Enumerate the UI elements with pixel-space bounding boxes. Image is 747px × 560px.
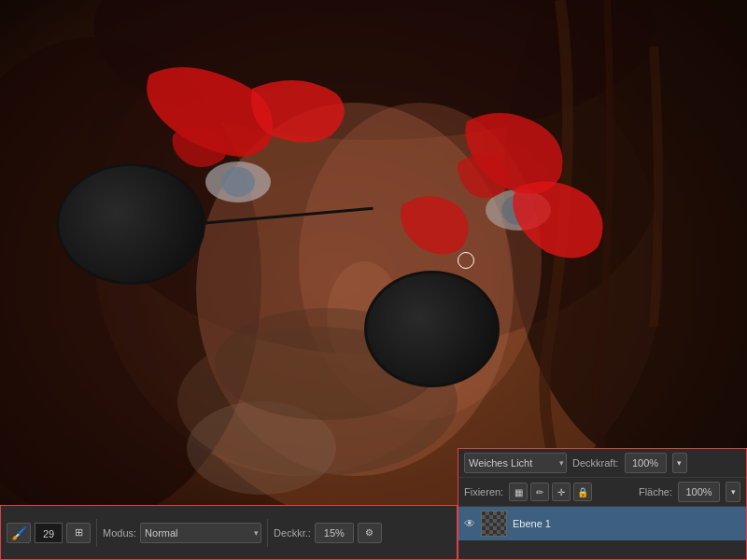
bottom-toolbar: 🖌️ 29 ⊞ Modus: Normal Deckkr.: ⚙: [0, 505, 458, 560]
mode-select-wrapper: Normal: [140, 523, 261, 543]
fix-icon-checkered[interactable]: ▦: [509, 483, 528, 501]
divider-1: [96, 519, 97, 547]
opacity-value-input[interactable]: [625, 453, 667, 473]
layers-panel: Weiches Licht Deckkraft: ▾ Fixieren: ▦ ✏…: [458, 448, 747, 560]
layer-visibility-icon[interactable]: 👁: [464, 517, 475, 530]
brush-icon: 🖌️: [11, 525, 27, 540]
fix-icon-move[interactable]: ✛: [552, 483, 571, 501]
blend-mode-wrapper: Weiches Licht: [464, 453, 567, 473]
settings-icon: ⚙: [365, 527, 374, 538]
layer-name: Ebene 1: [513, 518, 740, 529]
fill-value-input[interactable]: [678, 482, 720, 502]
brush-size-display: 29: [35, 523, 63, 543]
brush-settings-button[interactable]: ⚙: [358, 523, 382, 543]
glasses-left: [56, 163, 205, 285]
mode-label: Modus:: [103, 527, 136, 539]
divider-2: [267, 519, 268, 547]
brush-tool-button[interactable]: 🖌️: [7, 523, 31, 543]
blend-mode-select[interactable]: Weiches Licht: [464, 453, 567, 473]
opacity-label: Deckkr.:: [274, 527, 311, 539]
fix-icon-brush[interactable]: ✏: [530, 483, 549, 501]
glasses-right: [364, 271, 500, 387]
fill-stepper[interactable]: ▾: [726, 482, 740, 502]
opacity-label: Deckkraft:: [572, 457, 619, 469]
options-icon: ⊞: [75, 526, 83, 539]
layer-thumbnail: [481, 511, 507, 537]
tool-options-button[interactable]: ⊞: [66, 523, 91, 543]
fix-label: Fixieren:: [464, 486, 503, 497]
opacity-stepper[interactable]: ▾: [672, 453, 687, 473]
fix-icon-lock[interactable]: 🔒: [573, 483, 592, 501]
fill-label: Fläche:: [639, 486, 672, 497]
opacity-input[interactable]: [315, 523, 354, 543]
layers-header-row: Weiches Licht Deckkraft: ▾: [458, 449, 746, 478]
layers-row2: Fixieren: ▦ ✏ ✛ 🔒 Fläche: ▾: [458, 478, 746, 507]
mode-select[interactable]: Normal: [140, 523, 261, 543]
canvas-area: [0, 0, 747, 505]
layer-item[interactable]: 👁 Ebene 1: [458, 507, 746, 540]
fix-icons-group: ▦ ✏ ✛ 🔒: [509, 483, 592, 501]
